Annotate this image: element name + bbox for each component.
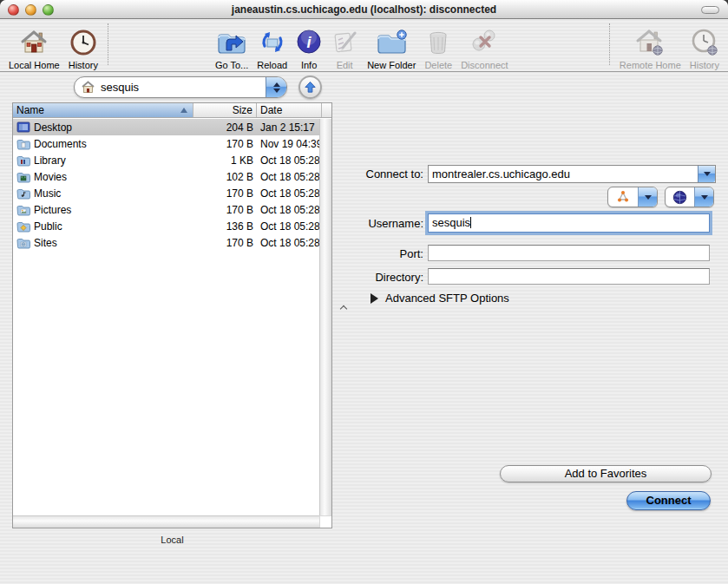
remote-home-icon <box>635 26 665 59</box>
reload-icon <box>258 26 287 59</box>
list-item-library[interactable]: Library 1 KB Oct 18 05:28 <box>13 152 319 168</box>
sort-ascending-icon <box>180 108 187 113</box>
toolbar-goto-button[interactable]: Go To... <box>211 22 253 70</box>
connect-to-label: Connect to: <box>354 167 423 180</box>
chevron-down-icon <box>701 195 708 200</box>
list-item-public[interactable]: Public 136 B Oct 18 05:28 <box>13 218 319 234</box>
add-to-favorites-button[interactable]: Add to Favorites <box>500 465 712 482</box>
column-header-date[interactable]: Date <box>257 103 322 117</box>
list-item-music[interactable]: Music 170 B Oct 18 05:28 <box>13 185 319 201</box>
toolbar-disconnect-button[interactable]: Disconnect <box>456 22 512 70</box>
list-item-desktop[interactable]: Desktop 204 B Jan 2 15:17 <box>13 119 319 135</box>
toolbar-label: Local Home <box>9 60 60 70</box>
music-folder-icon <box>16 187 30 200</box>
toolbar-edit-button[interactable]: Edit <box>326 22 363 70</box>
info-icon: i <box>296 26 322 59</box>
list-rows: Desktop 204 B Jan 2 15:17 Documents 170 … <box>13 119 319 515</box>
disclosure-triangle-icon <box>371 293 378 304</box>
toolbar-remote-history-button[interactable]: History <box>685 22 724 70</box>
toolbar: Local Home History <box>0 20 728 72</box>
username-value: sesquis <box>432 216 470 229</box>
popup-arrows <box>266 77 286 97</box>
movies-folder-icon <box>16 171 30 183</box>
toolbar-remote-home-button[interactable]: Remote Home <box>615 22 685 70</box>
pane-splitter-handle[interactable] <box>340 306 347 311</box>
globe-icon <box>666 187 694 207</box>
toolbar-delete-button[interactable]: Delete <box>420 22 456 70</box>
toolbar-separator <box>108 23 108 65</box>
toolbar-separator <box>609 23 610 65</box>
toolbar-label: Remote Home <box>620 60 681 70</box>
documents-folder-icon <box>16 138 30 150</box>
list-header: Name Size Date <box>13 103 331 118</box>
toolbar-label: Edit <box>337 60 353 70</box>
toolbar-label: Go To... <box>215 60 248 70</box>
trash-icon <box>426 26 450 59</box>
directory-label: Directory: <box>354 271 423 284</box>
connect-button[interactable]: Connect <box>626 491 711 510</box>
remote-history-icon <box>691 26 718 59</box>
vertical-scrollbar[interactable] <box>319 119 331 515</box>
go-up-directory-button[interactable] <box>298 75 322 99</box>
window-title: janeaustin.cs.uchicago.edu (localhost): … <box>0 0 728 19</box>
toolbar-label: New Folder <box>367 60 416 70</box>
toolbar-info-button[interactable]: i Info <box>292 22 326 70</box>
list-item-documents[interactable]: Documents 170 B Nov 19 04:39 <box>13 135 319 152</box>
known-hosts-dropdown[interactable] <box>665 187 714 207</box>
sites-folder-icon <box>16 237 30 249</box>
goto-folder-icon <box>216 26 247 59</box>
pictures-folder-icon <box>16 204 30 216</box>
connect-to-value[interactable]: montrealer.cs.uchicago.edu <box>429 166 698 182</box>
toolbar-history-button[interactable]: History <box>64 22 102 70</box>
disconnect-icon <box>469 26 500 59</box>
toolbar-label: History <box>69 60 98 70</box>
history-icon <box>69 26 97 59</box>
local-file-list: Name Size Date Desktop 204 B Jan 2 15:17… <box>12 102 332 528</box>
toolbar-new-folder-button[interactable]: New Folder <box>363 22 420 70</box>
list-item-movies[interactable]: Movies 102 B Oct 18 05:28 <box>13 168 319 185</box>
port-input[interactable] <box>428 245 710 261</box>
list-item-sites[interactable]: Sites 170 B Oct 18 05:28 <box>13 234 319 251</box>
bonjour-icon <box>608 187 638 207</box>
column-header-spacer <box>322 103 331 117</box>
edit-icon <box>331 26 358 59</box>
chevron-down-icon <box>704 172 711 176</box>
toolbar-local-home-button[interactable]: Local Home <box>4 22 64 70</box>
username-input[interactable]: sesquis <box>428 213 710 233</box>
toolbar-label: Info <box>301 60 317 70</box>
dropdown-arrow-button[interactable] <box>694 187 713 207</box>
desktop-icon <box>16 121 30 134</box>
up-arrow-icon <box>304 81 317 94</box>
toolbar-label: Disconnect <box>461 60 508 70</box>
local-path-popup-value: sesquis <box>101 81 266 94</box>
popup-up-arrow-icon <box>273 82 280 87</box>
toolbar-label: Delete <box>424 60 452 70</box>
library-folder-icon <box>16 154 30 167</box>
toolbar-reload-button[interactable]: Reload <box>253 22 292 70</box>
home-folder-icon <box>81 81 95 94</box>
toolbar-label: Reload <box>257 60 287 70</box>
title-bar[interactable]: janeaustin.cs.uchicago.edu (localhost): … <box>0 0 728 19</box>
new-folder-icon <box>375 26 408 59</box>
local-path-popup[interactable]: sesquis <box>74 76 287 98</box>
scrollbar-corner <box>319 515 331 528</box>
column-header-size[interactable]: Size <box>193 103 257 117</box>
bonjour-servers-dropdown[interactable] <box>607 187 658 207</box>
popup-down-arrow-icon <box>273 89 280 93</box>
port-label: Port: <box>354 247 423 260</box>
public-folder-icon <box>16 220 30 233</box>
advanced-sftp-options-disclosure[interactable]: Advanced SFTP Options <box>371 292 509 305</box>
toolbar-label: History <box>690 60 719 70</box>
app-window: janeaustin.cs.uchicago.edu (localhost): … <box>0 0 728 584</box>
local-pane-label: Local <box>12 535 332 545</box>
directory-input[interactable] <box>428 268 710 285</box>
local-home-icon <box>19 26 49 59</box>
column-header-name[interactable]: Name <box>13 103 193 117</box>
connect-to-dropdown-button[interactable] <box>698 166 715 182</box>
toolbar-toggle-pill-button[interactable] <box>701 6 719 14</box>
username-label: Username: <box>354 217 423 230</box>
connect-to-combobox[interactable]: montrealer.cs.uchicago.edu <box>428 165 716 183</box>
horizontal-scrollbar[interactable] <box>13 515 319 528</box>
dropdown-arrow-button[interactable] <box>638 187 657 207</box>
list-item-pictures[interactable]: Pictures 170 B Oct 18 05:28 <box>13 201 319 218</box>
